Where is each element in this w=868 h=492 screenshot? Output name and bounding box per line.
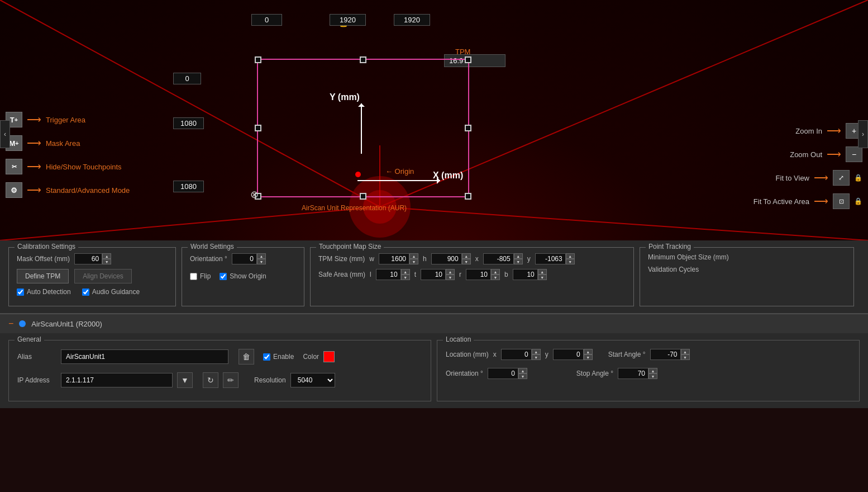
safe-r-input[interactable] (466, 269, 491, 280)
audio-guidance-checkbox[interactable] (82, 288, 89, 296)
min-object-label: Minimum Object Size (mm) (648, 253, 729, 261)
start-angle-spinner[interactable]: ▲ ▼ (681, 349, 690, 360)
handle-tr[interactable] (465, 56, 471, 63)
fit-active-lock: 🔒 (854, 197, 862, 205)
mode-item[interactable]: ⚙ ⟶ Standard/Advanced Mode (6, 182, 130, 198)
handle-ml[interactable] (255, 125, 261, 131)
mask-offset-up[interactable]: ▲ (102, 253, 111, 259)
edit-icon-button[interactable]: ✏ (223, 372, 239, 388)
flip-checkbox-row: Flip (190, 272, 211, 280)
start-angle-input[interactable] (650, 349, 681, 360)
orientation-input[interactable] (232, 253, 257, 264)
handle-bc[interactable] (360, 193, 366, 200)
mask-offset-input[interactable] (74, 253, 102, 264)
loc-y-label: y (545, 351, 549, 358)
fit-active-item: Fit To Active Area ⟶ ⊡ 🔒 (753, 193, 862, 209)
mask-area-item[interactable]: M+ ⟶ Mask Area (6, 135, 130, 151)
enable-checkbox[interactable] (263, 353, 270, 361)
handle-tl[interactable] (255, 56, 261, 63)
handle-tc[interactable] (360, 56, 366, 63)
left-panel: T+ ⟶ Trigger Area M+ ⟶ Mask Area ✂ ⟶ Hid… (6, 112, 130, 198)
scroll-left-arrow[interactable]: ‹ (0, 120, 10, 148)
tpm-y-spinner[interactable]: ▲ ▼ (566, 253, 575, 264)
x-axis-label: X (mm) (433, 171, 463, 181)
refresh-icon-button[interactable]: ↻ (203, 372, 218, 388)
safe-b-input[interactable] (513, 269, 538, 280)
flip-checkbox[interactable] (190, 273, 197, 280)
resolution-select[interactable]: 5040 2520 1260 (290, 373, 335, 387)
canvas-area: 🔒 16:9 TPM ⊗ Y (mm) (212, 31, 503, 221)
show-origin-checkbox[interactable] (220, 273, 227, 280)
aur-label: AirScan Unit Representation (AUR) (302, 204, 407, 212)
coord-left-x[interactable] (173, 73, 201, 84)
show-origin-checkbox-row: Show Origin (220, 272, 266, 280)
safe-l-spinner[interactable]: ▲ ▼ (401, 269, 410, 280)
touchpoint-map-panel: Touchpoint Map Size TPM Size (mm) w ▲ ▼ … (310, 247, 634, 306)
mask-offset-label: Mask Offset (mm) (17, 255, 70, 263)
loc-x-label: x (493, 351, 497, 358)
tpm-h-input[interactable] (431, 253, 462, 264)
general-panel: General Alias 🗑 Enable Color IP Address … (8, 340, 431, 401)
zoom-out-item: Zoom Out ⟶ − (790, 146, 862, 162)
scroll-right-arrow[interactable]: › (858, 120, 868, 148)
loc-orient-input[interactable] (488, 368, 518, 379)
trash-icon-button[interactable]: 🗑 (239, 349, 254, 365)
safe-r-spinner[interactable]: ▲ ▼ (491, 269, 500, 280)
zoom-in-label: Zoom In (795, 127, 822, 135)
tpm-w-input[interactable] (379, 253, 409, 264)
color-picker[interactable] (323, 351, 335, 362)
coord-left-h1[interactable] (173, 117, 204, 129)
tpm-y-input[interactable] (535, 253, 566, 264)
origin-label: ← Origin (385, 167, 414, 176)
handle-mr[interactable] (465, 125, 471, 131)
collapse-button[interactable]: − (8, 319, 13, 329)
orientation-down[interactable]: ▼ (257, 259, 266, 264)
loc-orient-spinner[interactable]: ▲ ▼ (518, 368, 527, 379)
coord-top-x[interactable] (251, 14, 282, 26)
ip-dropdown-arrow[interactable]: ▼ (177, 372, 193, 388)
safe-t-input[interactable] (421, 269, 446, 280)
zoom-out-label: Zoom Out (790, 150, 822, 159)
device-name: AirScanUnit1 (R2000) (31, 320, 102, 328)
stop-angle-label: Stop Angle ° (576, 370, 613, 377)
loc-y-input[interactable] (553, 349, 584, 360)
trigger-area-item[interactable]: T+ ⟶ Trigger Area (6, 112, 130, 127)
orientation-up[interactable]: ▲ (257, 253, 266, 259)
fit-active-button[interactable]: ⊡ (833, 193, 850, 209)
tpm-w-spinner[interactable]: ▲ ▼ (409, 253, 418, 264)
define-tpm-button[interactable]: Define TPM (17, 269, 69, 283)
coord-top-w2[interactable] (394, 14, 430, 26)
safe-t-spinner[interactable]: ▲ ▼ (446, 269, 455, 280)
tpm-x-spinner[interactable]: ▲ ▼ (514, 253, 523, 264)
auto-detection-checkbox-row: Auto Detection (17, 288, 71, 296)
show-origin-label: Show Origin (230, 272, 266, 280)
coord-top-w1[interactable] (330, 14, 366, 26)
tpm-x-input[interactable] (483, 253, 514, 264)
safe-b-spinner[interactable]: ▲ ▼ (538, 269, 547, 280)
tpm-h-spinner[interactable]: ▲ ▼ (462, 253, 471, 264)
fit-active-label: Fit To Active Area (753, 197, 809, 206)
touchpoints-label: Hide/Show Touchpoints (46, 163, 122, 171)
touchpoints-item[interactable]: ✂ ⟶ Hide/Show Touchpoints (6, 159, 130, 174)
orientation-spinner[interactable]: ▲ ▼ (257, 253, 266, 264)
zoom-in-arrow: ⟶ (827, 125, 841, 137)
safe-l-input[interactable] (376, 269, 401, 280)
trigger-area-arrow: ⟶ (27, 113, 41, 126)
loc-orient-label: Orientation ° (446, 370, 483, 377)
loc-x-spinner[interactable]: ▲ ▼ (532, 349, 541, 360)
safe-t-label: t (414, 271, 416, 278)
stop-angle-spinner[interactable]: ▲ ▼ (648, 368, 657, 379)
point-tracking-title: Point Tracking (646, 243, 694, 250)
zoom-out-button[interactable]: − (846, 146, 862, 162)
loc-y-spinner[interactable]: ▲ ▼ (584, 349, 593, 360)
handle-br[interactable] (465, 193, 471, 200)
auto-detection-checkbox[interactable] (17, 288, 24, 296)
stop-angle-input[interactable] (618, 368, 648, 379)
mask-offset-spinner[interactable]: ▲ ▼ (102, 253, 111, 264)
coord-bottom-h[interactable] (173, 181, 204, 192)
loc-x-input[interactable] (501, 349, 532, 360)
fit-view-button[interactable]: ⤢ (833, 170, 850, 186)
ip-address-input[interactable] (61, 373, 173, 387)
alias-input[interactable] (61, 349, 228, 364)
mask-offset-down[interactable]: ▼ (102, 259, 111, 264)
